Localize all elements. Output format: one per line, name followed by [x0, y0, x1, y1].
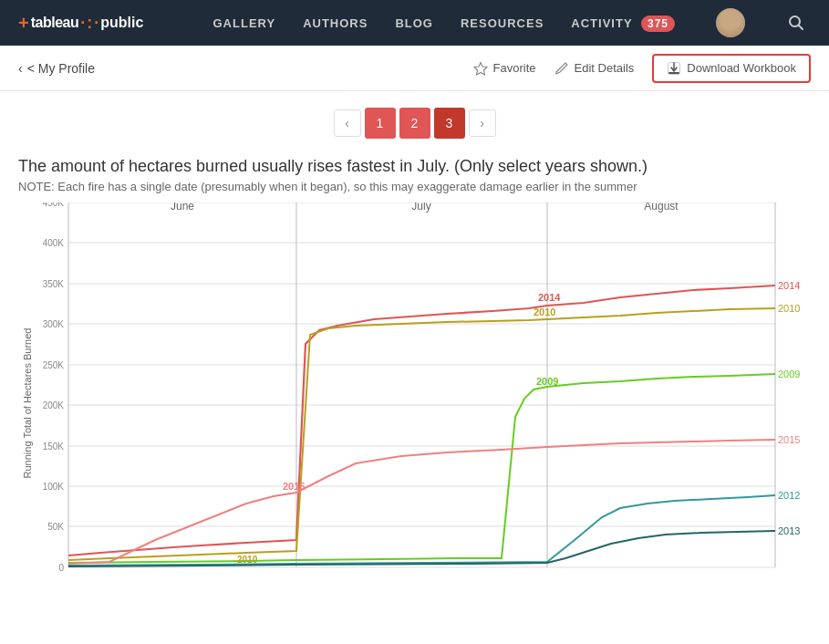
avatar[interactable] — [716, 8, 745, 37]
chart-title: The amount of hectares burned usually ri… — [18, 157, 811, 176]
svg-rect-3 — [668, 72, 679, 74]
chart-wrapper: Running Total of Hectares Burned 0 50K 1… — [18, 203, 803, 604]
breadcrumb-actions: Favorite Edit Details Download Workbook — [473, 54, 811, 83]
chart-container: The amount of hectares burned usually ri… — [0, 157, 829, 604]
svg-text:2010: 2010 — [534, 306, 555, 317]
svg-text:0: 0 — [58, 563, 64, 573]
edit-details-label: Edit Details — [575, 61, 635, 75]
svg-text:400K: 400K — [43, 238, 65, 248]
svg-text:2014: 2014 — [778, 280, 800, 291]
svg-text:300K: 300K — [43, 319, 65, 329]
svg-text:150K: 150K — [43, 441, 65, 452]
svg-text:2010: 2010 — [237, 555, 258, 565]
page-1[interactable]: 1 — [365, 108, 396, 139]
svg-text:2015: 2015 — [283, 481, 305, 492]
svg-text:2012: 2012 — [778, 490, 800, 501]
download-workbook-label: Download Workbook — [687, 61, 796, 75]
svg-text:July: July — [411, 203, 430, 213]
svg-text:250K: 250K — [43, 360, 65, 370]
svg-text:2015: 2015 — [778, 434, 800, 445]
nav-authors[interactable]: AUTHORS — [303, 16, 368, 30]
edit-details-button[interactable]: Edit Details — [554, 61, 635, 76]
nav-links: GALLERY AUTHORS BLOG RESOURCES ACTIVITY … — [213, 8, 812, 37]
chart-subtitle: NOTE: Each fire has a single date (presu… — [18, 180, 811, 193]
svg-text:Running Total of Hectares Burn: Running Total of Hectares Burned — [22, 328, 33, 479]
logo[interactable]: + tableau · : · public — [18, 13, 143, 34]
pagination: ‹ 1 2 3 › — [0, 91, 829, 148]
chart-svg: Running Total of Hectares Burned 0 50K 1… — [18, 203, 803, 604]
favorite-button[interactable]: Favorite — [473, 61, 536, 76]
svg-text:450K: 450K — [43, 203, 65, 208]
nav-blog[interactable]: BLOG — [395, 16, 433, 30]
page-next[interactable]: › — [469, 109, 496, 137]
svg-text:June: June — [171, 203, 194, 213]
svg-text:August: August — [644, 203, 679, 213]
back-label: < My Profile — [27, 61, 95, 76]
nav-gallery[interactable]: GALLERY — [213, 16, 276, 30]
svg-line-1 — [799, 26, 803, 30]
svg-text:200K: 200K — [43, 400, 65, 410]
search-icon[interactable] — [782, 8, 811, 37]
page-3[interactable]: 3 — [434, 108, 465, 139]
back-to-profile[interactable]: ‹ < My Profile — [18, 61, 95, 76]
page-2[interactable]: 2 — [399, 108, 430, 139]
nav-activity[interactable]: ACTIVITY 375 — [571, 16, 675, 30]
svg-text:2009: 2009 — [536, 376, 558, 387]
svg-text:100K: 100K — [43, 482, 65, 492]
svg-text:2009: 2009 — [778, 369, 800, 379]
favorite-label: Favorite — [493, 61, 536, 75]
nav-resources[interactable]: RESOURCES — [461, 16, 544, 30]
download-workbook-button[interactable]: Download Workbook — [652, 54, 811, 83]
svg-text:2010: 2010 — [778, 303, 800, 314]
svg-text:350K: 350K — [43, 279, 65, 289]
activity-badge: 375 — [641, 16, 675, 32]
svg-text:2014: 2014 — [538, 292, 561, 303]
svg-marker-2 — [474, 62, 487, 75]
svg-text:2013: 2013 — [778, 525, 800, 536]
navbar: + tableau · : · public GALLERY AUTHORS B… — [0, 0, 829, 46]
breadcrumb-bar: ‹ < My Profile Favorite Edit Details Dow… — [0, 46, 829, 91]
page-prev[interactable]: ‹ — [334, 109, 361, 137]
svg-text:50K: 50K — [47, 522, 64, 532]
